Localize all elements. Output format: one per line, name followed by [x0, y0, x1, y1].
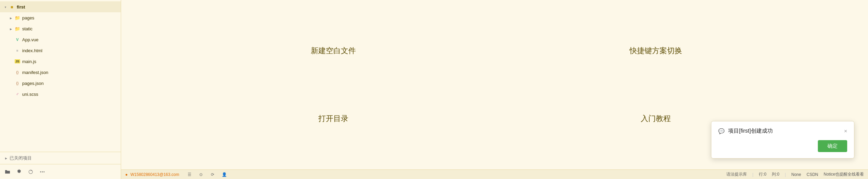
sidebar-item-pages-json[interactable]: ▶ {} pages.json	[0, 78, 121, 89]
row-label: 行:0	[759, 171, 766, 177]
settings-btn[interactable]	[14, 167, 24, 177]
index-html-icon: ≡	[14, 47, 20, 54]
more-icon	[40, 169, 45, 175]
refresh-btn[interactable]	[26, 167, 35, 177]
toast-header: 💬 项目[first]创建成功 ×	[718, 128, 847, 135]
open-folder-icon	[5, 169, 10, 175]
svg-point-1	[42, 171, 43, 172]
status-bar-left: ● W15802860413@163.com ☰ ⊙ ⟳ 👤	[125, 170, 229, 179]
notices-label: Notice也提醒全线看看	[824, 171, 864, 177]
new-blank-file-label: 新建空白文件	[311, 46, 356, 56]
toast-message: 项目[first]创建成功	[728, 128, 773, 135]
sidebar: ■ first 📁 pages 📁 static ▶	[0, 0, 121, 179]
status-share-icon[interactable]: ⟳	[208, 170, 217, 179]
svg-point-0	[40, 171, 41, 172]
pages-json-label: pages.json	[22, 81, 44, 86]
sidebar-item-static[interactable]: 📁 static	[0, 23, 121, 34]
svg-point-2	[44, 171, 45, 172]
pages-folder-icon: 📁	[14, 15, 20, 21]
root-chevron-icon	[3, 4, 8, 10]
getting-started-label: 入门教程	[641, 114, 671, 124]
content-area: 新建空白文件 快捷键方案切换 打开目录 入门教程 💬 项目[first]创建成功…	[121, 0, 868, 179]
static-label: static	[22, 26, 32, 31]
shortcut-switch-label: 快捷键方案切换	[630, 46, 682, 56]
status-list-icon[interactable]: ☰	[185, 170, 194, 179]
sidebar-toolbar	[0, 164, 121, 179]
col-label: 列:0	[772, 171, 779, 177]
manifest-json-label: manifest.json	[22, 70, 48, 75]
status-user[interactable]: W15802860413@163.com	[130, 172, 179, 177]
sidebar-root-label: first	[17, 4, 25, 10]
toast-actions: 确定	[718, 140, 847, 152]
closed-projects-label: 已关闭项目	[10, 155, 32, 161]
sidebar-root-item[interactable]: ■ first	[0, 1, 121, 12]
closed-projects-section[interactable]: 已关闭项目	[0, 152, 121, 164]
app-vue-icon: V	[14, 36, 20, 43]
encoding-label: None	[791, 172, 801, 177]
syntax-label: CSDN	[807, 172, 818, 177]
new-blank-file-btn[interactable]: 新建空白文件	[176, 20, 491, 81]
settings-icon	[16, 169, 22, 175]
pages-json-icon: {}	[14, 80, 20, 86]
pages-chevron-icon	[8, 15, 14, 20]
closed-chevron-icon	[3, 155, 9, 161]
static-folder-icon: 📁	[14, 26, 20, 32]
uni-scss-icon: ♂	[14, 91, 20, 97]
open-folder-btn[interactable]	[3, 167, 12, 177]
open-directory-label: 打开目录	[318, 114, 348, 124]
sidebar-item-pages[interactable]: 📁 pages	[0, 12, 121, 23]
sidebar-item-app-vue[interactable]: ▶ V App.vue	[0, 34, 121, 45]
status-bar-actions: ☰ ⊙ ⟳ 👤	[185, 170, 229, 179]
manifest-json-icon: {}	[14, 69, 20, 75]
more-btn[interactable]	[38, 167, 47, 177]
main-layout: ■ first 📁 pages 📁 static ▶	[0, 0, 868, 179]
refresh-icon	[28, 169, 33, 175]
sidebar-item-uni-scss[interactable]: ▶ ♂ uni.scss	[0, 89, 121, 100]
sidebar-item-main-js[interactable]: ▶ JS main.js	[0, 56, 121, 67]
sidebar-tree: ■ first 📁 pages 📁 static ▶	[0, 0, 121, 152]
root-folder-icon: ■	[9, 4, 15, 10]
comment-icon: 💬	[718, 128, 725, 134]
user-avatar-icon: ●	[125, 172, 128, 177]
sidebar-item-index-html[interactable]: ▶ ≡ index.html	[0, 45, 121, 56]
static-chevron-icon	[8, 26, 14, 31]
toast-close-btn[interactable]: ×	[844, 128, 847, 134]
shortcut-switch-btn[interactable]: 快捷键方案切换	[498, 20, 814, 81]
status-bar: ● W15802860413@163.com ☰ ⊙ ⟳ 👤 语法提示库 | 行…	[121, 169, 868, 179]
sidebar-item-manifest-json[interactable]: ▶ {} manifest.json	[0, 67, 121, 78]
index-html-label: index.html	[22, 48, 42, 53]
app-vue-label: App.vue	[22, 37, 39, 42]
confirm-button[interactable]: 确定	[818, 140, 847, 152]
language-hint-label: 语法提示库	[726, 171, 747, 177]
status-search-icon[interactable]: ⊙	[196, 170, 206, 179]
status-person-icon[interactable]: 👤	[219, 170, 229, 179]
open-directory-btn[interactable]: 打开目录	[176, 88, 491, 149]
main-js-icon: JS	[14, 58, 20, 64]
uni-scss-label: uni.scss	[22, 92, 38, 97]
toast-notification: 💬 项目[first]创建成功 × 确定	[711, 121, 854, 159]
pages-label: pages	[22, 15, 34, 20]
main-js-label: main.js	[22, 59, 36, 64]
status-bar-right: 语法提示库 | 行:0 列:0 | None CSDN Notice也提醒全线看…	[726, 171, 864, 177]
